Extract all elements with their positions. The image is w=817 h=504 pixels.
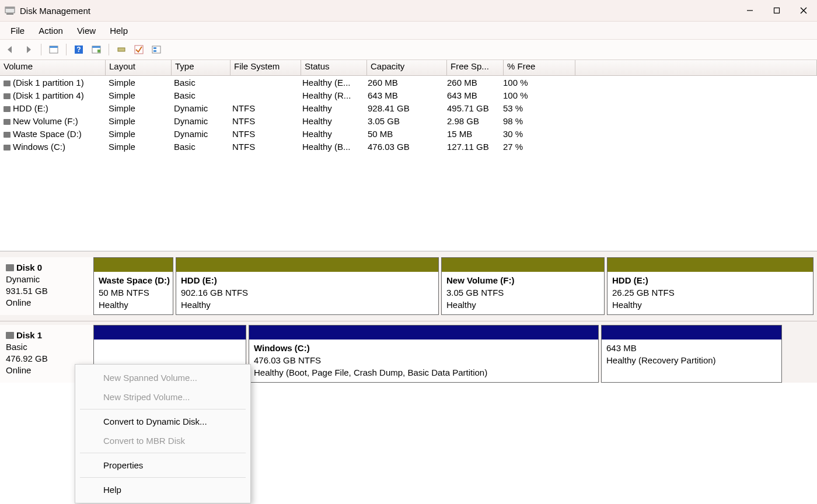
disk-icon (6, 332, 14, 339)
col-fs[interactable]: File System (231, 60, 301, 75)
volume-row[interactable]: Waste Space (D:) Simple Dynamic NTFS Hea… (0, 127, 817, 140)
partition[interactable]: HDD (E:) 902.16 GB NTFS Healthy (176, 257, 439, 315)
ctx-separator (80, 409, 246, 410)
col-capacity[interactable]: Capacity (367, 60, 447, 75)
back-button[interactable] (4, 42, 19, 57)
partition-bar (442, 258, 604, 272)
drive-icon (4, 106, 11, 112)
svg-rect-1 (5, 7, 15, 9)
partition[interactable]: 643 MB Healthy (Recovery Partition) (601, 325, 782, 383)
graphical-pane: Disk 0 Dynamic 931.51 GB Online Waste Sp… (0, 251, 817, 383)
partition[interactable]: New Volume (F:) 3.05 GB NTFS Healthy (441, 257, 605, 315)
drive-icon (4, 119, 11, 125)
ctx-properties[interactable]: Properties (75, 456, 250, 475)
partition-bar (602, 326, 781, 340)
col-type[interactable]: Type (172, 60, 231, 75)
menu-view[interactable]: View (70, 23, 103, 38)
maximize-button[interactable] (763, 0, 790, 21)
svg-rect-4 (774, 8, 780, 13)
forward-button[interactable] (21, 42, 36, 57)
menu-help[interactable]: Help (103, 23, 135, 38)
volume-row[interactable]: New Volume (F:) Simple Dynamic NTFS Heal… (0, 114, 817, 127)
partition[interactable]: Windows (C:) 476.03 GB NTFS Healthy (Boo… (249, 325, 599, 383)
tool-icon-3[interactable] (149, 42, 164, 57)
ctx-help[interactable]: Help (75, 480, 250, 499)
svg-rect-2 (6, 13, 13, 15)
col-layout[interactable]: Layout (106, 60, 172, 75)
tool-icon-2[interactable] (131, 42, 146, 57)
disk-label-0[interactable]: Disk 0 Dynamic 931.51 GB Online (0, 257, 93, 315)
drive-icon (4, 93, 11, 99)
volume-list: (Disk 1 partition 1) Simple Basic Health… (0, 76, 817, 251)
minimize-button[interactable] (736, 0, 763, 21)
menubar: File Action View Help (0, 22, 817, 40)
partition-bar (94, 326, 246, 340)
svg-rect-8 (50, 46, 58, 48)
svg-rect-18 (153, 50, 156, 52)
volume-row[interactable]: (Disk 1 partition 1) Simple Basic Health… (0, 76, 817, 89)
tool-icon-1[interactable] (114, 42, 129, 57)
close-button[interactable] (790, 0, 817, 21)
svg-rect-17 (153, 47, 156, 49)
volume-row[interactable]: HDD (E:) Simple Dynamic NTFS Healthy 928… (0, 102, 817, 114)
volume-row[interactable]: Windows (C:) Simple Basic NTFS Healthy (… (0, 140, 817, 153)
partition-bar (176, 258, 438, 272)
svg-text:?: ? (76, 46, 81, 54)
ctx-convert-mbr: Convert to MBR Disk (75, 431, 250, 450)
partition[interactable]: HDD (E:) 26.25 GB NTFS Healthy (607, 257, 813, 315)
toolbar: ? (0, 40, 817, 60)
menu-action[interactable]: Action (32, 23, 70, 38)
partition[interactable]: Waste Space (D:) 50 MB NTFS Healthy (93, 257, 173, 315)
titlebar: Disk Management (0, 0, 817, 22)
app-icon (5, 5, 15, 16)
col-pct[interactable]: % Free (504, 60, 575, 75)
context-menu: New Spanned Volume... New Striped Volume… (75, 364, 251, 503)
ctx-new-striped: New Striped Volume... (75, 387, 250, 407)
refresh-button[interactable] (46, 42, 61, 57)
window-title: Disk Management (20, 6, 90, 16)
disk-icon (6, 264, 14, 271)
col-status[interactable]: Status (301, 60, 367, 75)
svg-rect-16 (152, 46, 160, 53)
svg-rect-12 (92, 46, 100, 48)
svg-rect-14 (118, 48, 125, 51)
drive-icon (4, 145, 11, 150)
disk-row-0: Disk 0 Dynamic 931.51 GB Online Waste Sp… (0, 257, 817, 315)
ctx-new-spanned: New Spanned Volume... (75, 368, 250, 387)
help-button[interactable]: ? (71, 42, 86, 57)
volume-list-header: Volume Layout Type File System Status Ca… (0, 60, 817, 76)
ctx-separator (80, 453, 246, 453)
svg-rect-13 (97, 50, 100, 52)
drive-icon (4, 132, 11, 138)
col-free[interactable]: Free Sp... (447, 60, 504, 75)
properties-button[interactable] (89, 42, 104, 57)
col-spacer (575, 60, 817, 75)
partition-bar (94, 258, 173, 272)
drive-icon (4, 80, 11, 86)
ctx-convert-dynamic[interactable]: Convert to Dynamic Disk... (75, 412, 250, 431)
partition-bar (249, 326, 598, 340)
col-volume[interactable]: Volume (0, 60, 106, 75)
partition-bar (607, 258, 813, 272)
ctx-separator (80, 477, 246, 478)
volume-row[interactable]: (Disk 1 partition 4) Simple Basic Health… (0, 89, 817, 102)
menu-file[interactable]: File (4, 23, 32, 38)
